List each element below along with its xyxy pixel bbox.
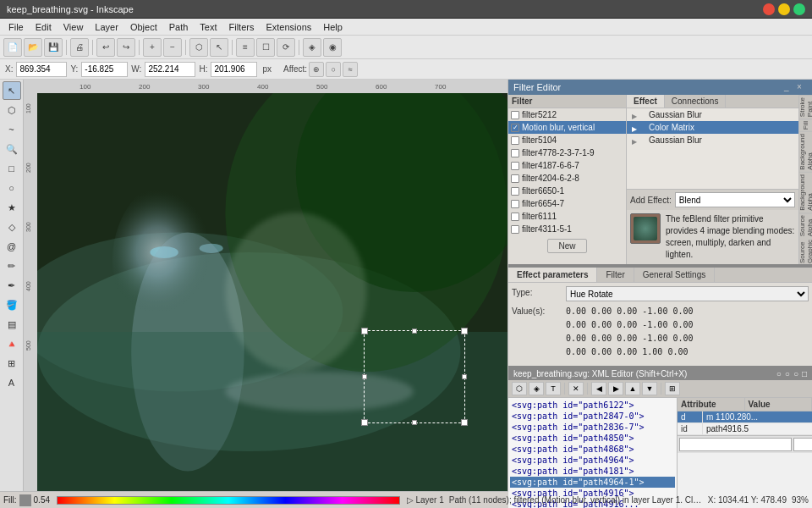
xml-value-input[interactable] xyxy=(793,438,812,451)
menu-view[interactable]: View xyxy=(58,20,89,34)
menu-layer[interactable]: Layer xyxy=(90,20,123,34)
filter-editor-close[interactable]: × xyxy=(797,82,807,92)
filter-item-6650[interactable]: filter6650-1 xyxy=(508,185,626,197)
xml-node-path4964-1[interactable]: <svg:path id="path4964-1"> xyxy=(510,477,675,488)
filter-checkbox-5104[interactable] xyxy=(511,136,519,145)
3d-tool[interactable]: ◇ xyxy=(3,218,21,236)
rect-tool[interactable]: □ xyxy=(3,159,21,178)
xml-btn-up[interactable]: ▲ xyxy=(625,382,640,395)
menu-edit[interactable]: Edit xyxy=(30,20,57,34)
connector-tool[interactable]: ⊞ xyxy=(3,354,21,373)
type-select[interactable]: Hue Rotate Matrix Saturate xyxy=(566,286,809,301)
effect-gaussian-blur-1[interactable]: Gaussian Blur xyxy=(627,108,798,121)
filter-checkbox-4187[interactable] xyxy=(511,162,519,170)
xml-editor-icon3[interactable]: ○ xyxy=(793,369,798,378)
menu-extensions[interactable]: Extensions xyxy=(261,20,316,34)
effect-color-matrix[interactable]: Color Matrix xyxy=(627,121,798,134)
print-button[interactable]: 🖨 xyxy=(70,38,89,57)
xml-node-path4868[interactable]: <svg:path id="path4868"> xyxy=(510,444,675,455)
stroke-button[interactable]: ◉ xyxy=(323,38,342,57)
undo-button[interactable]: ↩ xyxy=(96,38,115,57)
filter-item-4778[interactable]: filter4778-2-3-7-1-9 xyxy=(508,146,626,159)
save-button[interactable]: 💾 xyxy=(44,38,63,57)
xml-btn-indent[interactable]: ⊞ xyxy=(665,382,680,395)
zoom-out-button[interactable]: − xyxy=(163,38,182,57)
xml-attr-row-id[interactable]: id path4916.5 xyxy=(678,423,812,435)
canvas-area[interactable]: 100 200 300 400 500 600 700 100 200 300 … xyxy=(24,80,508,491)
xml-btn-down[interactable]: ▼ xyxy=(642,382,657,395)
tweak-tool[interactable]: ~ xyxy=(3,120,21,139)
xml-btn-node-new[interactable]: ⬡ xyxy=(512,382,527,395)
filter-checkbox-4311[interactable] xyxy=(511,225,519,234)
pencil-tool[interactable]: ✏ xyxy=(3,257,21,275)
filter-checkbox-6650[interactable] xyxy=(511,187,519,196)
xml-btn-next[interactable]: ▶ xyxy=(608,382,623,395)
xml-attr-row-d[interactable]: d m 1100.280... xyxy=(678,411,812,423)
zoom-in-button[interactable]: + xyxy=(143,38,162,57)
xml-tree[interactable]: <svg:path id="path6122"> <svg:path id="p… xyxy=(508,398,677,508)
group-button[interactable]: ☐ xyxy=(256,38,275,57)
xml-node-path6122[interactable]: <svg:path id="path6122"> xyxy=(510,400,675,411)
color-palette[interactable] xyxy=(57,496,400,505)
affect-btn1[interactable]: ⊕ xyxy=(309,62,324,77)
filter-item-5104[interactable]: filter5104 xyxy=(508,134,626,146)
select-tool[interactable]: ↖ xyxy=(3,81,21,100)
xml-btn-elem-new[interactable]: ◈ xyxy=(529,382,544,395)
transform-button[interactable]: ⟳ xyxy=(277,38,295,57)
xml-key-input[interactable] xyxy=(679,438,792,451)
close-button[interactable] xyxy=(763,3,775,15)
filter-item-6111[interactable]: filter6111 xyxy=(508,210,626,223)
xml-node-path4850[interactable]: <svg:path id="path4850"> xyxy=(510,433,675,444)
filter-checkbox-5212[interactable] xyxy=(511,111,519,119)
affect-btn3[interactable]: ≈ xyxy=(343,62,358,77)
text-tool[interactable]: A xyxy=(3,373,21,392)
node-tool[interactable]: ⬡ xyxy=(3,101,21,119)
xml-btn-delete[interactable]: ✕ xyxy=(568,382,584,395)
xml-editor-icon1[interactable]: ○ xyxy=(776,369,782,378)
xml-node-path2847[interactable]: <svg:path id="path2847-0"> xyxy=(510,411,675,422)
w-input[interactable] xyxy=(145,62,195,77)
new-filter-button[interactable]: New xyxy=(547,239,586,253)
minimize-button[interactable] xyxy=(778,3,790,15)
filter-item-6654[interactable]: filter6654-7 xyxy=(508,197,626,210)
gradient-tool[interactable]: ▤ xyxy=(3,315,21,334)
tab-filter[interactable]: Filter xyxy=(597,268,634,282)
xml-node-path4964[interactable]: <svg:path id="path4964"> xyxy=(510,455,675,466)
filter-item-4204[interactable]: filter4204-6-2-8 xyxy=(508,172,626,185)
menu-path[interactable]: Path xyxy=(164,20,194,34)
align-button[interactable]: ≡ xyxy=(236,38,255,57)
xml-editor-icon2[interactable]: ○ xyxy=(785,369,790,378)
tab-effect-parameters[interactable]: Effect parameters xyxy=(508,268,597,282)
menu-file[interactable]: File xyxy=(3,20,29,34)
open-button[interactable]: 📂 xyxy=(24,38,42,57)
xml-editor-icon4[interactable]: □ xyxy=(802,369,807,378)
fill-button[interactable]: ◈ xyxy=(303,38,321,57)
filter-checkbox-6111[interactable] xyxy=(511,213,519,221)
filter-checkbox-4778[interactable] xyxy=(511,149,519,157)
filter-item-5212[interactable]: filter5212 xyxy=(508,108,626,121)
tab-general-settings[interactable]: General Settings xyxy=(634,268,716,282)
maximize-button[interactable] xyxy=(793,3,805,15)
xml-node-path2836[interactable]: <svg:path id="path2836-7"> xyxy=(510,422,675,433)
affect-btn2[interactable]: ○ xyxy=(326,62,341,77)
xml-node-path4181[interactable]: <svg:path id="path4181"> xyxy=(510,466,675,477)
spiral-tool[interactable]: @ xyxy=(3,237,21,256)
y-input[interactable] xyxy=(81,62,128,77)
filter-item-motion-blur-vertical[interactable]: Motion blur, vertical xyxy=(508,121,626,134)
bucket-tool[interactable]: 🪣 xyxy=(3,295,21,314)
tab-connections[interactable]: Connections xyxy=(665,95,727,108)
filter-item-4187[interactable]: filter4187-6-6-7 xyxy=(508,159,626,172)
select-button[interactable]: ↖ xyxy=(210,38,228,57)
new-button[interactable]: 📄 xyxy=(3,38,22,57)
add-effect-select[interactable]: Blend ColorMatrix Composite GaussianBlur xyxy=(675,192,795,207)
calligraphy-tool[interactable]: ✒ xyxy=(3,276,21,295)
node-button[interactable]: ⬡ xyxy=(189,38,208,57)
h-input[interactable] xyxy=(211,62,257,77)
menu-filters[interactable]: Filters xyxy=(224,20,260,34)
xml-btn-prev[interactable]: ◀ xyxy=(591,382,606,395)
menu-object[interactable]: Object xyxy=(125,20,162,34)
circle-tool[interactable]: ○ xyxy=(3,179,21,197)
star-tool[interactable]: ★ xyxy=(3,198,21,217)
filter-item-4311[interactable]: filter4311-5-1 xyxy=(508,223,626,235)
zoom-tool[interactable]: 🔍 xyxy=(3,140,21,158)
